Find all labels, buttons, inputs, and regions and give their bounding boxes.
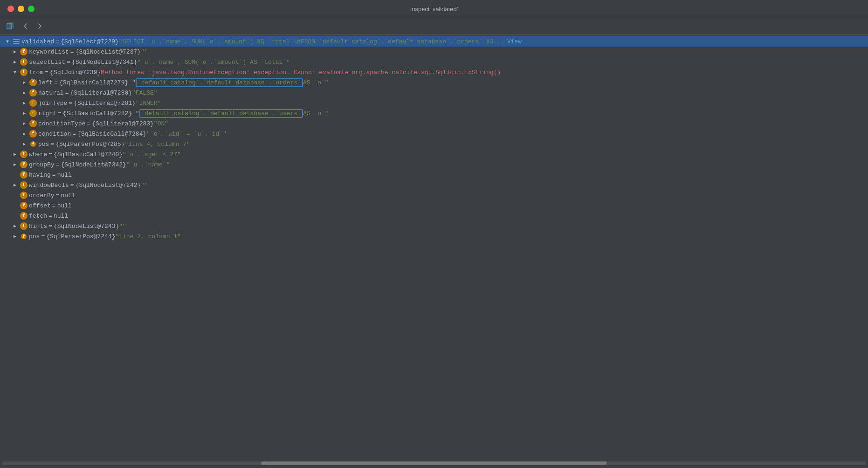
tree-row-having[interactable]: ▶ f having = null [0, 170, 868, 180]
tree-row-conditionType[interactable]: ▶ f conditionType = {SqlLiteral@7283} "O… [0, 118, 868, 129]
tree-view[interactable]: ▼ validated = {SqlSelect@7229} "SELECT `… [0, 34, 868, 459]
field-icon-fetch: f [20, 212, 28, 220]
tree-row-keywordList[interactable]: ▶ f keywordList = {SqlNodeList@7237} "" [0, 47, 868, 57]
svg-rect-2 [13, 39, 20, 40]
field-icon-groupBy: f [20, 161, 28, 168]
maximize-button[interactable] [28, 6, 34, 12]
title-bar: Inspect 'validated' [0, 0, 868, 18]
close-button[interactable] [7, 6, 14, 12]
tree-row-orderBy[interactable]: ▶ f orderBy = null [0, 190, 868, 200]
field-icon-condition: f [29, 130, 37, 138]
tree-row-groupBy[interactable]: ▶ f groupBy = {SqlNodeList@7342} "`u`.`n… [0, 159, 868, 170]
file-icon-button[interactable] [4, 21, 18, 32]
tree-row-right[interactable]: ▶ f right = {SqlBasicCall@7282} " `defau… [0, 108, 868, 118]
svg-rect-3 [13, 41, 20, 42]
scrollbar-thumb[interactable] [261, 461, 607, 465]
toggle-joinType[interactable]: ▶ [21, 99, 28, 107]
toggle-right[interactable]: ▶ [21, 110, 28, 117]
field-icon-keywordList: f [20, 48, 28, 55]
field-icon-where: f [20, 151, 28, 158]
window-controls [7, 6, 34, 12]
field-icon-right: f [29, 110, 37, 117]
list-icon [13, 38, 20, 45]
forward-button[interactable] [34, 21, 46, 31]
tree-row-hints[interactable]: ▶ f hints = {SqlNodeList@7243} "" [0, 221, 868, 231]
field-icon-offset: f [20, 202, 28, 209]
field-name-validated: validated [21, 38, 54, 45]
back-button[interactable] [20, 21, 32, 31]
field-icon-conditionType: f [29, 120, 37, 127]
tree-row-joinType[interactable]: ▶ f joinType = {SqlLiteral@7281} "INNER" [0, 98, 868, 108]
toggle-pos-from[interactable]: ▶ [21, 140, 28, 148]
watch-icon-pos-root: f [20, 233, 28, 240]
field-icon-orderBy: f [20, 192, 28, 199]
field-icon-natural: f [29, 89, 37, 96]
toggle-natural[interactable]: ▶ [21, 89, 28, 96]
tree-row-from[interactable]: ▼ f from = {SqlJoin@7239} Method threw '… [0, 67, 868, 77]
svg-rect-4 [13, 43, 20, 44]
toggle-condition[interactable]: ▶ [21, 130, 28, 138]
toggle-pos-root[interactable]: ▶ [11, 233, 19, 240]
tree-row-where[interactable]: ▶ f where = {SqlBasicCall@7240} "`u`.`ag… [0, 149, 868, 159]
field-icon-left: f [29, 79, 37, 86]
field-icon-joinType: f [29, 99, 37, 107]
tree-row-condition[interactable]: ▶ f condition = {SqlBasicCall@7284} "`o`… [0, 129, 868, 139]
svg-rect-1 [9, 22, 14, 28]
field-icon-having: f [20, 171, 28, 179]
view-link[interactable]: View [507, 38, 522, 45]
toggle-hints[interactable]: ▶ [11, 222, 19, 230]
watch-icon-pos-from: f [29, 140, 37, 148]
toggle-where[interactable]: ▶ [11, 151, 19, 158]
window-title: Inspect 'validated' [410, 6, 458, 13]
highlight-left-value: `default_catalog`.`default_database`.`or… [136, 78, 303, 87]
minimize-button[interactable] [18, 6, 24, 12]
svg-text:f: f [23, 234, 25, 239]
toggle-validated[interactable]: ▼ [4, 38, 11, 45]
tree-row-selectList[interactable]: ▶ f selectList = {SqlNodeList@7341} "`u`… [0, 57, 868, 67]
tree-row-windowDecls[interactable]: ▶ f windowDecls = {SqlNodeList@7242} "" [0, 180, 868, 190]
tree-row-left[interactable]: ▶ f left = {SqlBasicCall@7279} " `defaul… [0, 77, 868, 88]
field-icon-from: f [20, 69, 28, 76]
svg-text:f: f [32, 142, 34, 146]
back-arrow-icon [22, 23, 29, 29]
window: Inspect 'validated' ▼ [0, 0, 868, 468]
horizontal-scrollbar[interactable] [0, 459, 868, 468]
toolbar [0, 18, 868, 34]
field-icon-selectList: f [20, 58, 28, 66]
tree-row-fetch[interactable]: ▶ f fetch = null [0, 211, 868, 221]
tree-row-validated[interactable]: ▼ validated = {SqlSelect@7229} "SELECT `… [0, 36, 868, 47]
toggle-keywordList[interactable]: ▶ [11, 48, 19, 55]
toggle-selectList[interactable]: ▶ [11, 58, 19, 66]
toggle-conditionType[interactable]: ▶ [21, 120, 28, 127]
toggle-groupBy[interactable]: ▶ [11, 161, 19, 168]
field-icon-windowDecls: f [20, 181, 28, 189]
tree-row-natural[interactable]: ▶ f natural = {SqlLiteral@7280} "FALSE" [0, 88, 868, 98]
file-icon [7, 22, 15, 30]
highlight-right-value: `default_catalog`.`default_database`.`us… [139, 109, 303, 118]
field-icon-hints: f [20, 222, 28, 230]
toggle-left[interactable]: ▶ [21, 79, 28, 86]
forward-arrow-icon [36, 23, 43, 29]
toggle-windowDecls[interactable]: ▶ [11, 181, 19, 189]
tree-row-pos-root[interactable]: ▶ f pos = {SqlParserPos@7244} "line 2, c… [0, 231, 868, 241]
toggle-from[interactable]: ▼ [11, 69, 19, 76]
tree-row-offset[interactable]: ▶ f offset = null [0, 200, 868, 211]
tree-row-pos-from[interactable]: ▶ f pos = {SqlParserPos@7285} "line 4, c… [0, 139, 868, 149]
scrollbar-track[interactable] [2, 461, 866, 465]
